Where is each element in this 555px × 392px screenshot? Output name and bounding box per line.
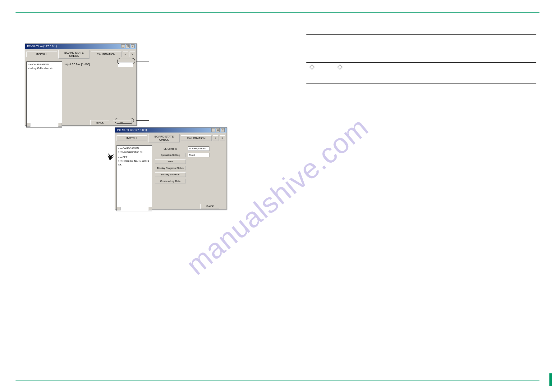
diamond-bullet-icon bbox=[337, 64, 343, 70]
callout-oval-input bbox=[117, 58, 135, 64]
table-cell bbox=[334, 25, 362, 34]
callout-oval-set bbox=[115, 118, 134, 124]
display-progress-button[interactable]: Display Progress Status bbox=[155, 166, 186, 170]
tab-next[interactable]: > bbox=[220, 135, 225, 141]
table-cell bbox=[362, 35, 536, 63]
scroll-handle[interactable] bbox=[58, 123, 62, 127]
page-top-rule bbox=[16, 12, 539, 13]
scroll-handle[interactable] bbox=[27, 123, 30, 127]
maximize-icon[interactable]: □ bbox=[126, 44, 130, 48]
back-button[interactable]: BACK bbox=[200, 204, 219, 209]
log-line: OK bbox=[118, 163, 151, 166]
table-cell bbox=[306, 74, 334, 83]
table-cell bbox=[306, 25, 334, 34]
mutl-window-1: PC-MUTL rel(127.0.0.1) _ □ × INSTALL BOA… bbox=[25, 43, 137, 126]
log-line: >>>CALIBRATION bbox=[28, 63, 61, 66]
callout-line bbox=[136, 120, 149, 121]
input-se-label: Input SE No. [1-100] bbox=[65, 63, 90, 66]
table-cell bbox=[362, 74, 536, 83]
tab-board-state[interactable]: BOARD STATE CHECK bbox=[58, 50, 89, 59]
tab-calibration[interactable]: CALIBRATION bbox=[181, 135, 212, 141]
table-cell bbox=[362, 25, 536, 34]
tab-calibration[interactable]: CALIBRATION bbox=[91, 52, 122, 57]
table-row bbox=[306, 35, 536, 63]
callout-line bbox=[136, 61, 149, 61]
minimize-icon[interactable]: _ bbox=[121, 44, 125, 48]
log-line: >>>Lag Calibration >> bbox=[28, 67, 61, 70]
tab-bar: INSTALL BOARD STATE CHECK CALIBRATION < … bbox=[115, 133, 227, 144]
table-cell bbox=[362, 63, 536, 74]
close-icon[interactable]: × bbox=[221, 128, 225, 132]
operation-setting-button[interactable]: Operation Setting bbox=[155, 153, 186, 157]
window-title: PC-MUTL rel(127.0.0.1) bbox=[117, 128, 147, 132]
table-row bbox=[306, 63, 536, 74]
titlebar: PC-MUTL rel(127.0.0.1) _ □ × bbox=[115, 128, 227, 133]
tab-prev[interactable]: < bbox=[123, 52, 128, 57]
window-controls: _ □ × bbox=[211, 128, 225, 132]
minimize-icon[interactable]: _ bbox=[211, 128, 215, 132]
table-row bbox=[306, 74, 536, 83]
titlebar: PC-MUTL rel(127.0.0.1) _ □ × bbox=[25, 44, 136, 49]
window-controls: _ □ × bbox=[121, 44, 135, 48]
create-lag-button[interactable]: Create a Lag Data bbox=[155, 179, 186, 183]
main-panel: SE Serial ID Not Registered Operation Se… bbox=[154, 145, 225, 211]
log-line: >>>SET bbox=[118, 156, 151, 159]
maximize-icon[interactable]: □ bbox=[216, 128, 220, 132]
scroll-handle[interactable] bbox=[148, 207, 152, 210]
diamond-bullet-icon bbox=[310, 64, 315, 70]
start-button[interactable]: Start bbox=[155, 159, 186, 164]
table-row bbox=[306, 25, 536, 34]
log-sidebar: >>>CALIBRATION >>>Lag Calibration >> >>>… bbox=[117, 145, 152, 211]
log-line: >>>>Input SE No. [1-100]>1 bbox=[118, 160, 151, 162]
log-line: >>>Lag Calibration >> bbox=[118, 151, 151, 153]
mutl-window-2: PC-MUTL rel(127.0.0.1) _ □ × INSTALL BOA… bbox=[115, 127, 227, 210]
display-shotrdy-button[interactable]: Display ShotRdy bbox=[155, 172, 186, 177]
table-cell bbox=[334, 74, 362, 83]
table-cell bbox=[334, 35, 362, 63]
scroll-handle[interactable] bbox=[117, 207, 121, 210]
tab-next[interactable]: > bbox=[130, 52, 135, 57]
back-button[interactable]: BACK bbox=[90, 120, 109, 125]
page-edge-marker bbox=[549, 373, 552, 386]
se-serial-label: SE Serial ID bbox=[155, 147, 186, 151]
tab-prev[interactable]: < bbox=[213, 135, 218, 141]
screenshot-figure: PC-MUTL rel(127.0.0.1) _ □ × INSTALL BOA… bbox=[25, 43, 137, 126]
chevron-down-icon bbox=[105, 151, 116, 164]
operation-setting-value: Fixed bbox=[188, 153, 209, 157]
tab-board-state[interactable]: BOARD STATE CHECK bbox=[149, 134, 179, 142]
tab-install[interactable]: INSTALL bbox=[26, 52, 57, 57]
log-line: >>>CALIBRATION bbox=[118, 147, 151, 150]
log-sidebar: >>>CALIBRATION >>>Lag Calibration >> bbox=[26, 61, 62, 128]
close-icon[interactable]: × bbox=[131, 44, 135, 48]
tab-install[interactable]: INSTALL bbox=[117, 135, 147, 141]
page-bottom-rule bbox=[16, 381, 539, 381]
window-title: PC-MUTL rel(127.0.0.1) bbox=[27, 45, 57, 48]
se-serial-value: Not Registered bbox=[188, 146, 209, 151]
table-cell bbox=[306, 35, 334, 63]
right-table bbox=[306, 25, 536, 83]
